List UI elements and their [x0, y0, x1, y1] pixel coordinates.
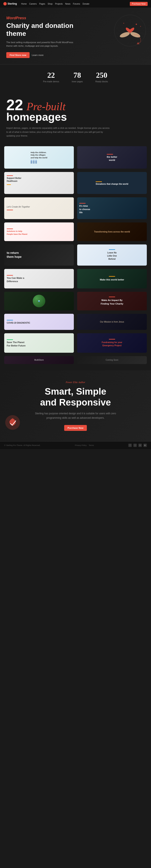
nav-logo[interactable]: Sterling	[3, 2, 17, 5]
section-header: 22 Pre-built homepages Import demos, pag…	[0, 89, 151, 142]
theme-saveplanet[interactable]: Save The Planet For Better Future Save t…	[4, 333, 74, 353]
healthcare-preview-text: Support Better Healthcare	[7, 177, 28, 183]
svg-marker-6	[137, 42, 140, 44]
theme-environment-preview: 🌍	[4, 292, 74, 310]
stat-pages-label: Inner pages	[72, 81, 83, 83]
theme-covid[interactable]: COVID-19 DIAGNOSTIC COVID-19	[4, 314, 74, 330]
theme-difference[interactable]: You Can Make a Difference Standout	[4, 269, 74, 288]
comingsoon-preview-text: Coming Soon	[106, 359, 119, 361]
church2-preview-text: Our Mission is from Jesus	[100, 320, 124, 323]
hero-secondary-button[interactable]: Learn more	[32, 54, 43, 56]
theme-charity5[interactable]: Make An Impact By Finding Your Charity C…	[77, 292, 147, 310]
info-preview-text: It's time to choose life	[79, 205, 90, 214]
theme-solutions[interactable]: Solutions to Help People Save the Planet…	[4, 222, 74, 241]
difference-preview-text: You Can Make a Difference	[7, 277, 24, 283]
nav-shop[interactable]: Shop	[48, 3, 53, 5]
stats-section: 22 Pre-made demos 78 Inner pages 250 Rea…	[0, 64, 151, 89]
stat-demos: 22 Pre-made demos	[43, 71, 59, 83]
covid-preview-text: COVID-19 DIAGNOSTIC	[7, 321, 30, 324]
social-twitter-icon[interactable]: t	[133, 444, 137, 447]
theme-charity1-preview: the better world	[77, 146, 147, 168]
theme-church2[interactable]: Our Mission is from Jesus Church 2	[77, 314, 147, 330]
nav-news[interactable]: News	[65, 3, 70, 5]
theme-healthcare[interactable]: Support Better Healthcare Non-Profit Hea…	[4, 172, 74, 194]
bottom-illustration	[4, 414, 21, 431]
social-facebook-icon[interactable]: f	[128, 444, 132, 447]
nav-home[interactable]: Home	[21, 3, 27, 5]
theme-charity3[interactable]: to return them hope Charity 3	[4, 244, 74, 266]
theme-healthcare-preview: Support Better Healthcare	[4, 172, 74, 194]
church-preview-text: Transforming lives across the world	[94, 230, 130, 233]
theme-art[interactable]: Let's Create Art Together Non-Profit Art…	[4, 197, 74, 219]
hero-subtitle: The best selling multipurpose and powerf…	[6, 41, 73, 48]
theme-comingsoon-preview: Coming Soon	[77, 356, 147, 364]
bottom-subtitle: Sterling has purpose oriented design and…	[34, 411, 117, 420]
stat-pages: 78 Inner pages	[72, 71, 83, 83]
theme-foundation[interactable]: Leave No Little One Behind Charity Found…	[77, 244, 147, 266]
theme-charity1[interactable]: the better world Charity 1	[77, 146, 147, 168]
section-homepages: homepages	[6, 111, 145, 123]
svg-point-5	[123, 23, 124, 24]
theme-charity2-preview: Donations that change the world	[77, 172, 147, 194]
bottom-section: Power Elite Author Smart, Simple and Res…	[0, 370, 151, 441]
stat-blocks-label: Ready blocks	[95, 81, 108, 83]
solutions-preview-text: Solutions to Help People Save the Planet	[7, 230, 28, 236]
stat-demos-number: 22	[43, 71, 59, 80]
theme-fundraising-preview: Fundraising for your Emergency Project	[77, 333, 147, 353]
stat-blocks: 250 Ready blocks	[95, 71, 108, 83]
social-linkedin-icon[interactable]: in	[139, 444, 142, 447]
hero-primary-button[interactable]: Find Store now	[6, 52, 30, 58]
nav-links: Home Careers Pages Shop Projects News Fo…	[21, 3, 130, 5]
theme-charity2[interactable]: Donations that change the world Charity …	[77, 172, 147, 194]
theme-difference-preview: You Can Make a Difference	[4, 269, 74, 288]
footer: © Sterling Pro Theme. All Rights Reserve…	[0, 441, 151, 449]
social-youtube-icon[interactable]: ▶	[144, 444, 147, 447]
footer-social: f t in ▶	[128, 444, 147, 447]
nav-donate[interactable]: Donate	[83, 3, 89, 5]
theme-saveplanet-preview: Save The Planet For Better Future	[4, 333, 74, 353]
charity3-preview-text: to return them hope	[7, 251, 22, 259]
footer-copyright: © Sterling Pro Theme. All Rights Reserve…	[4, 444, 40, 446]
svg-point-4	[140, 26, 141, 27]
theme-children-preview: Help the children. Help the villages and…	[4, 146, 74, 168]
theme-info[interactable]: It's time to choose life Informative Inc…	[77, 197, 147, 219]
children-preview-text: Help the children. Help the villages and…	[31, 151, 48, 159]
nav-forums[interactable]: Forums	[73, 3, 80, 5]
theme-solutions-preview: Solutions to Help People Save the Planet	[4, 222, 74, 241]
theme-charity4[interactable]: Make this world better Charity 4	[77, 269, 147, 288]
charity5-preview-text: Make An Impact By Finding Your Charity	[101, 299, 123, 305]
theme-fundraising[interactable]: Fundraising for your Emergency Project F…	[77, 333, 147, 353]
theme-comingsoon[interactable]: Coming Soon Coming Soon	[77, 356, 147, 364]
section-description: Import demos, pages, or elements separat…	[6, 126, 111, 138]
theme-charity3-preview: to return them hope	[4, 244, 74, 266]
theme-church-preview: Transforming lives across the world	[77, 222, 147, 241]
bottom-title: Smart, Simple and Responsive	[6, 386, 145, 408]
theme-church[interactable]: Transforming lives across the world Chur…	[77, 222, 147, 241]
stat-demos-label: Pre-made demos	[43, 81, 59, 83]
theme-art-preview: Let's Create Art Together	[4, 197, 74, 219]
nav-pages[interactable]: Pages	[39, 3, 45, 5]
curved-arrow-decoration	[132, 33, 145, 45]
theme-multistore[interactable]: MultiStore MultiStore	[4, 356, 74, 364]
charity1-preview-text: the better world	[107, 155, 117, 162]
footer-links: Privacy Policy Terms	[75, 444, 94, 446]
footer-terms-link[interactable]: Terms	[89, 444, 94, 446]
theme-covid-preview: COVID-19 DIAGNOSTIC	[4, 314, 74, 330]
footer-privacy-link[interactable]: Privacy Policy	[75, 444, 87, 446]
theme-children[interactable]: Help the children. Help the villages and…	[4, 146, 74, 168]
stat-blocks-number: 250	[95, 71, 108, 80]
hero-section: WordPress Charity and donation theme The…	[0, 7, 151, 64]
logo-text: Sterling	[7, 2, 17, 5]
nav-purchase-button[interactable]: Purchase Now	[130, 2, 148, 6]
charity4-preview-text: Make this world better	[100, 278, 124, 281]
saveplanet-preview-text: Save The Planet For Better Future	[7, 341, 26, 347]
theme-environment[interactable]: 🌍 Environment	[4, 292, 74, 310]
nav-careers[interactable]: Careers	[29, 3, 37, 5]
theme-church2-preview: Our Mission is from Jesus	[77, 314, 147, 330]
nav-projects[interactable]: Projects	[55, 3, 63, 5]
multistore-preview-text: MultiStore	[34, 359, 43, 361]
theme-multistore-preview: MultiStore	[4, 356, 74, 364]
logo-icon	[3, 2, 7, 5]
bottom-purchase-button[interactable]: Purchase Now	[64, 425, 87, 431]
theme-info-preview: It's time to choose life	[77, 197, 147, 219]
